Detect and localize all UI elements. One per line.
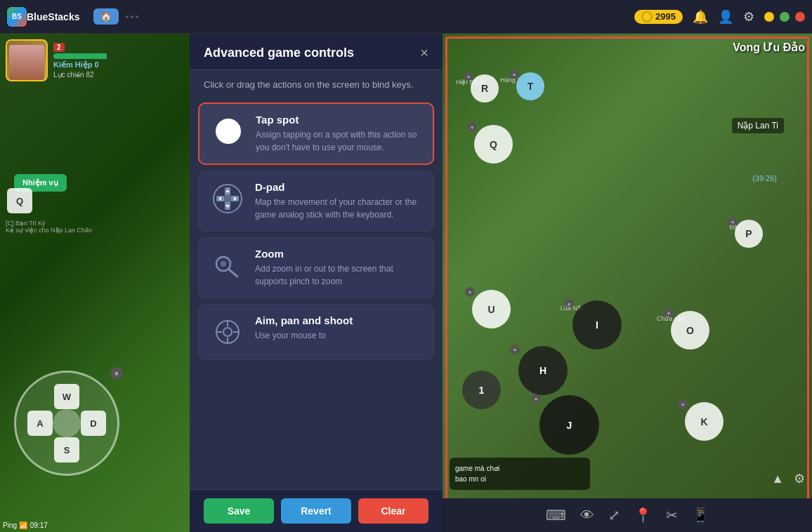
tap-spot-text: Tap spot Assign tapping on a spot with t… xyxy=(256,114,421,154)
minimize-button[interactable] xyxy=(764,12,774,22)
coin-count: 2995 xyxy=(655,11,676,22)
game-settings-icon[interactable]: ⚙ xyxy=(794,471,805,486)
dpad-name: D-pad xyxy=(255,181,422,193)
bluestacks-logo: BS xyxy=(7,7,27,27)
dpad-close-btn[interactable]: × xyxy=(110,367,123,380)
account-icon[interactable]: 👤 xyxy=(718,9,733,25)
j-key-close[interactable]: × xyxy=(531,394,541,404)
dpad-right[interactable]: D xyxy=(81,411,106,436)
dpad-icon-svg xyxy=(212,183,243,214)
control-item-zoom[interactable]: + - Zoom Add zoom in or out to the scree… xyxy=(198,237,434,298)
coin-icon xyxy=(641,11,653,22)
o-key[interactable]: O xyxy=(671,311,709,350)
ping-text: Ping 📶 xyxy=(3,521,27,529)
control-item-aim[interactable]: Aim, pan and shoot Use your mouse to xyxy=(198,304,434,360)
chat-line-2: bao mn oi xyxy=(455,474,584,484)
dialog-close-button[interactable]: × xyxy=(420,45,428,61)
tap-spot-name: Tap spot xyxy=(256,114,421,126)
svg-point-12 xyxy=(221,261,226,267)
dialog-footer: Save Revert Clear xyxy=(190,489,443,532)
hud-title: Vong Ưu Đảo xyxy=(733,41,805,54)
q-key[interactable]: Q xyxy=(7,188,32,213)
taskbar-right: 2995 🔔 👤 ⚙ xyxy=(634,9,805,25)
time-info: 09:17 xyxy=(30,521,48,529)
char-level: 2 xyxy=(53,43,65,52)
svg-point-16 xyxy=(223,328,232,336)
svg-rect-5 xyxy=(224,195,231,202)
nav-dots xyxy=(126,15,138,18)
dpad-desc: Map the movement of your character or th… xyxy=(255,196,422,221)
character-info: 2 Kiếm Hiệp 0 Lực chiến 82 xyxy=(6,39,110,81)
close-window-button[interactable] xyxy=(795,12,805,22)
k-key[interactable]: K xyxy=(685,402,723,441)
taskbar: BS BlueStacks 🏠 2995 🔔 👤 ⚙ xyxy=(0,0,812,34)
u-key[interactable]: U xyxy=(472,290,511,328)
game-chat-scroll[interactable]: ▲ xyxy=(771,472,784,486)
char-name: Kiếm Hiệp 0 xyxy=(53,60,110,69)
dpad-down[interactable]: S xyxy=(54,437,79,463)
scissors-icon[interactable]: ✂ xyxy=(666,507,678,524)
tap-spot-icon-wrap xyxy=(211,114,246,149)
svg-line-11 xyxy=(229,270,237,277)
aim-name: Aim, pan and shoot xyxy=(255,314,422,326)
zoom-icon-wrap: + - xyxy=(210,248,245,283)
revert-button[interactable]: Revert xyxy=(281,498,351,524)
zoom-icon-svg: + - xyxy=(212,250,243,281)
eye-icon[interactable]: 👁 xyxy=(580,507,594,524)
home-button[interactable]: 🏠 xyxy=(93,8,119,25)
game-right-panel: Vong Ưu Đảo Nặp Lan Ti (39·26) R × Hiệt … xyxy=(443,34,812,532)
save-button[interactable]: Save xyxy=(204,498,274,524)
game-bottom-bar: Ping 📶 09:17 xyxy=(3,521,48,529)
chat-overlay: game mà chơi bao mn oi xyxy=(450,458,590,490)
dialog-header: Advanced game controls × xyxy=(190,34,443,70)
settings-icon[interactable]: ⚙ xyxy=(743,9,754,25)
dpad-text: D-pad Map the movement of your character… xyxy=(255,181,422,221)
character-avatar xyxy=(6,39,48,81)
hud-title-area: Vong Ưu Đảo xyxy=(733,41,805,54)
aim-icon-svg xyxy=(212,317,243,347)
location-icon[interactable]: 📍 xyxy=(634,507,652,524)
p-key[interactable]: P xyxy=(735,220,763,248)
q-key-right-close[interactable]: × xyxy=(467,122,477,132)
h-key-close[interactable]: × xyxy=(510,345,520,354)
dpad-center xyxy=(53,409,81,437)
window-controls xyxy=(764,12,805,22)
zoom-text: Zoom Add zoom in or out to the screen th… xyxy=(255,248,422,288)
k-key-close[interactable]: × xyxy=(678,399,688,409)
dpad-circle[interactable]: W S A D × xyxy=(14,371,119,476)
coin-badge: 2995 xyxy=(634,10,683,24)
maximize-button[interactable] xyxy=(780,12,790,22)
dialog-subtitle: Click or drag the actions on the screen … xyxy=(190,70,443,97)
r-key[interactable]: R xyxy=(471,74,499,102)
control-item-dpad[interactable]: D-pad Map the movement of your character… xyxy=(198,171,434,232)
tap-spot-desc: Assign tapping on a spot with this actio… xyxy=(256,128,421,154)
h-key[interactable]: H xyxy=(518,346,568,395)
keyboard-icon[interactable]: ⌨ xyxy=(546,507,566,524)
controls-list: Tap spot Assign tapping on a spot with t… xyxy=(190,97,443,489)
bottom-toolbar: ⌨ 👁 ⤢ 📍 ✂ 📱 xyxy=(443,498,812,532)
notification-icon[interactable]: 🔔 xyxy=(693,9,708,25)
clear-button[interactable]: Clear xyxy=(358,498,428,524)
aim-text: Aim, pan and shoot Use your mouse to xyxy=(255,314,422,342)
chat-line-1: game mà chơi xyxy=(455,463,584,474)
svg-text:+: + xyxy=(219,267,223,274)
character-stats: 2 Kiếm Hiệp 0 Lực chiến 82 xyxy=(53,43,110,79)
t-key[interactable]: T xyxy=(516,72,544,100)
q-key-right[interactable]: Q xyxy=(474,125,513,164)
dpad-up[interactable]: W xyxy=(54,384,79,409)
health-bar xyxy=(53,53,110,59)
control-item-tap-spot[interactable]: Tap spot Assign tapping on a spot with t… xyxy=(198,102,434,165)
svg-text:-: - xyxy=(230,258,233,264)
one-key[interactable]: 1 xyxy=(462,371,501,409)
expand-icon[interactable]: ⤢ xyxy=(608,507,620,524)
i-key[interactable]: I xyxy=(572,300,622,350)
u-key-close[interactable]: × xyxy=(465,287,475,297)
mobile-icon[interactable]: 📱 xyxy=(692,507,709,524)
dpad-icon-wrap xyxy=(210,181,245,216)
npc-text: Nặp Lan Ti xyxy=(732,118,784,133)
ping-info: Ping 📶 xyxy=(3,521,27,529)
dialog-title: Advanced game controls xyxy=(204,46,354,60)
j-key[interactable]: J xyxy=(539,395,599,455)
q-key-wrapper: Q xyxy=(7,188,32,213)
dpad-left[interactable]: A xyxy=(27,411,53,436)
